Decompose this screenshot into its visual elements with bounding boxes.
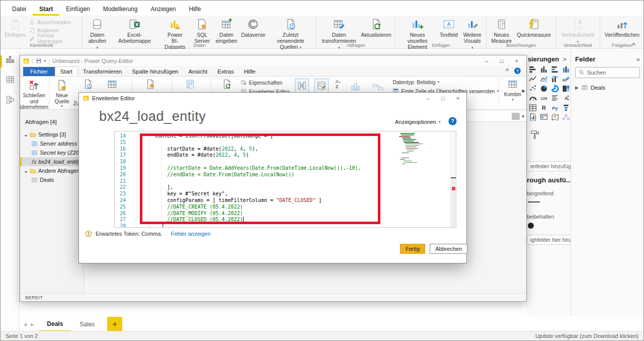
quick-access-dropdown-icon[interactable]: ▾ [44,59,46,63]
visual-type-icon-18[interactable]: Py [550,103,560,112]
excel-arbeitsmappe-button[interactable]: Excel-Arbeitsmappe [110,17,159,45]
format-section[interactable] [527,121,571,141]
visual-type-icon-17[interactable]: R [539,103,549,112]
pq-title-bar[interactable]: | ▾ | Unbenannt - Power Query-Editor – □… [20,55,526,66]
datatype-dropdown[interactable]: Datentyp: Beliebig▾ [392,79,499,85]
aktualisieren-button[interactable]: Aktualisieren [359,17,393,39]
dialog-minimize-button[interactable]: – [421,94,434,103]
formula-bar-expand-icon[interactable]: ▾ [522,114,524,119]
query-item-settings-3[interactable]: Settings [3] [20,130,84,139]
textfeld-button[interactable]: ATextfeld [437,17,460,39]
sort-buttons[interactable]: A↓Z [334,77,343,92]
toggle-knob-clipped[interactable] [528,223,534,229]
update-available-link[interactable]: Update verfügbar (zum Download klicken) [535,333,638,339]
visual-type-icon-19[interactable] [561,103,571,112]
properties-button[interactable]: Eigenschaften [240,79,290,86]
fields-table-deals[interactable]: ▶ Deals [575,84,640,91]
visualizations-collapse-icon[interactable]: > [562,55,567,63]
pq-tab-ansicht[interactable]: Ansicht [183,67,212,76]
report-view-button[interactable] [1,49,20,70]
visual-type-icon-0[interactable] [528,65,538,74]
dialog-close-button[interactable]: × [451,94,464,103]
query-item-server-address-bx[interactable]: Server address (bx [20,139,84,148]
recent-sources-button[interactable] [79,77,97,92]
pq-tab-start[interactable]: Start [55,66,78,76]
visual-type-icon-12[interactable] [528,94,538,102]
viz-fragment-enfelder-hinzufügen[interactable]: enfelder hinzufügen [527,161,571,171]
visual-type-icon-16[interactable] [528,103,538,112]
group-by-button[interactable] [347,77,364,94]
visual-type-icon-7[interactable] [561,75,571,83]
visual-type-icon-20[interactable] [528,113,538,121]
pq-minimize-button[interactable]: – [480,56,493,65]
neues-measure-button[interactable]: Neues Measure [489,17,514,45]
visual-type-icon-4[interactable] [528,75,538,83]
dataverse-button[interactable]: Dataverse [239,17,267,39]
query-item-bx24-load-entity[interactable]: fxbx24_load_entity [20,157,84,166]
visual-type-icon-22[interactable] [550,113,560,121]
dialog-maximize-button[interactable]: □ [436,94,449,103]
sql-server-button[interactable]: SQL Server [191,17,214,45]
visual-type-icon-15[interactable]: A [561,94,571,102]
visual-type-icon-10[interactable] [550,84,560,93]
cancel-button[interactable]: Abbrechen [430,244,467,254]
pq-maximize-button[interactable]: □ [495,56,508,65]
query-item-andere-abfragen-1[interactable]: Andere Abfragen [1 [20,166,84,175]
code-scrollbar[interactable] [450,131,456,227]
visual-type-icon-8[interactable] [528,84,538,93]
viz-fragment-ighfelder-hier-hinz[interactable]: ighfelder hier hinz... [527,235,571,245]
tab-start[interactable]: Start [33,4,59,16]
pq-ribbon-collapse-icon[interactable]: ^ [506,68,509,74]
show-error-link[interactable]: Fehler anzeigen [171,231,210,237]
dialog-title-bar[interactable]: Erweiterter Editor – □ × [79,93,466,104]
manage-columns-button[interactable] [295,79,309,94]
fields-collapse-icon[interactable]: » [636,55,640,63]
dialog-help-button[interactable]: ? [448,116,457,127]
visual-type-icon-3[interactable] [561,65,571,74]
pq-tab-hilfe[interactable]: Hilfe [239,67,261,76]
visual-type-icon-9[interactable] [539,84,549,93]
expand-triangle-icon[interactable] [23,132,27,137]
daten-eingeben-button[interactable]: Daten eingeben [214,17,239,45]
veröffentlichen-button[interactable]: Veröffentlichen [602,17,642,39]
data-view-button[interactable] [1,70,20,90]
visual-type-icon-11[interactable] [561,84,571,93]
visual-type-icon-23[interactable] [561,113,571,121]
visual-type-icon-5[interactable] [539,75,549,83]
done-button[interactable]: Fertig [400,244,425,254]
page-nav-prev-icon[interactable]: ◀ [24,322,27,327]
quickmeasure-button[interactable]: Quickmeasure [514,17,553,39]
add-page-button[interactable]: + [107,317,122,332]
ribbon-overflow-arrow-icon[interactable]: ▶ [522,89,525,93]
query-item-secret-key-z20ini[interactable]: Secret key (Z20INi [20,148,84,157]
refresh-preview-button[interactable] [218,77,235,92]
visual-type-icon-21[interactable] [539,113,549,121]
expand-triangle-icon[interactable] [23,169,27,173]
pq-tab-transformieren[interactable]: Transformieren [78,67,127,76]
new-source-button[interactable]: Neue Quelle▾ [50,77,73,109]
visual-type-icon-13[interactable]: 123 [539,94,549,102]
pq-tab-spalte-hinzufügen[interactable]: Spalte hinzufügen [127,67,183,76]
tab-datei[interactable]: Datei [6,4,33,16]
visual-type-icon-14[interactable] [550,94,560,102]
fields-search-input[interactable]: Suchen [575,67,640,78]
pq-tab-fichier[interactable]: Fichier [23,67,55,76]
visual-type-icon-2[interactable] [550,65,560,74]
tab-modellierung[interactable]: Modellierung [97,4,144,16]
visual-type-icon-1[interactable] [539,65,549,74]
tab-anzeigen[interactable]: Anzeigen [144,4,182,16]
visual-type-icon-6[interactable] [550,75,560,83]
expand-chevron-icon[interactable]: ▶ [575,85,579,90]
tab-hilfe[interactable]: Hilfe [183,4,208,16]
page-nav-next-icon[interactable]: ▶ [31,322,34,327]
pq-tab-extras[interactable]: Extras [212,67,239,76]
model-view-button[interactable] [1,90,20,110]
pq-close-button[interactable]: × [510,56,523,65]
ribbon-collapse-icon[interactable]: ^ [632,42,635,48]
query-item-deals[interactable]: Deals [20,175,84,184]
display-options-dropdown[interactable]: Anzeigeoptionen▾ [395,119,440,125]
enter-data-button[interactable] [104,77,121,92]
page-tab-deals[interactable]: Deals [39,317,71,332]
data-source-settings-button[interactable] [142,77,159,92]
tab-einfügen[interactable]: Einfügen [59,4,96,16]
